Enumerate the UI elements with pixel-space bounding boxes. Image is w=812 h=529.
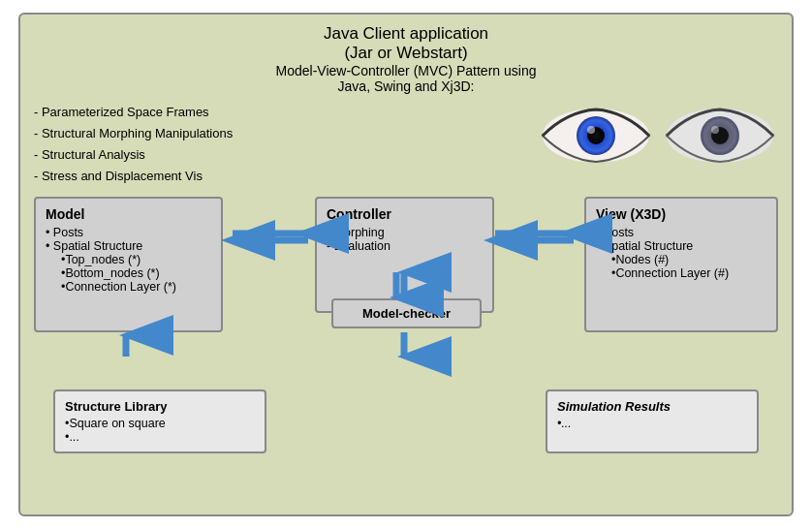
view-item-2: • Spatial Structure	[596, 239, 766, 253]
model-item-4: •Bottom_nodes (*)	[46, 266, 211, 280]
simulation-results-title: Simulation Results	[557, 399, 747, 414]
header-line4: Java, Swing and Xj3D:	[34, 78, 778, 94]
view-item-4: •Connection Layer (#)	[596, 266, 766, 280]
top-content: - Parameterized Space Frames - Structura…	[34, 102, 778, 187]
right-eye-icon	[662, 102, 778, 170]
view-item-1: • Posts	[596, 226, 766, 239]
svg-point-4	[587, 126, 595, 134]
model-item-3: •Top_nodes (*)	[46, 253, 211, 266]
simulation-results-box: Simulation Results •...	[546, 389, 759, 453]
controller-item-2: - Evaluation	[327, 239, 483, 253]
model-checker-label: Model-checker	[347, 306, 466, 321]
bullet-2: - Structural Morphing Manipulations	[34, 123, 528, 144]
mvc-section: Model • Posts • Spatial Structure •Top_n…	[34, 197, 778, 386]
header: Java Client application (Jar or Webstart…	[34, 24, 778, 94]
view-item-3: •Nodes (#)	[596, 253, 766, 266]
bullet-1: - Parameterized Space Frames	[34, 102, 528, 123]
model-item-5: •Connection Layer (*)	[46, 280, 211, 294]
model-item-1: • Posts	[46, 226, 211, 239]
controller-title: Controller	[327, 206, 483, 222]
header-line3: Model-View-Controller (MVC) Pattern usin…	[34, 63, 778, 78]
structure-library-box: Structure Library •Square on square •...	[53, 389, 266, 453]
bullet-list: - Parameterized Space Frames - Structura…	[34, 102, 528, 187]
model-box: Model • Posts • Spatial Structure •Top_n…	[34, 197, 223, 332]
header-line1: Java Client application	[34, 24, 778, 44]
svg-point-9	[711, 126, 719, 134]
header-line2: (Jar or Webstart)	[34, 44, 778, 63]
bullet-4: - Stress and Displacement Vis	[34, 166, 528, 187]
main-container: Java Client application (Jar or Webstart…	[18, 13, 794, 516]
model-title: Model	[46, 206, 211, 222]
model-checker-box: Model-checker	[331, 298, 482, 328]
structure-library-title: Structure Library	[65, 399, 255, 414]
view-title: View (X3D)	[596, 206, 766, 222]
controller-item-1: - Morphing	[327, 226, 483, 239]
view-box: View (X3D) • Posts • Spatial Structure •…	[584, 197, 778, 332]
controller-box: Controller - Morphing - Evaluation	[315, 197, 494, 313]
eyes-container	[538, 102, 778, 170]
left-eye-icon	[538, 102, 654, 170]
bottom-section: Structure Library •Square on square •...…	[34, 389, 778, 453]
bullet-3: - Structural Analysis	[34, 144, 528, 166]
structure-library-item-1: •Square on square	[65, 417, 255, 430]
simulation-results-item-1: •...	[557, 417, 747, 430]
structure-library-item-2: •...	[65, 430, 255, 444]
model-item-2: • Spatial Structure	[46, 239, 211, 253]
